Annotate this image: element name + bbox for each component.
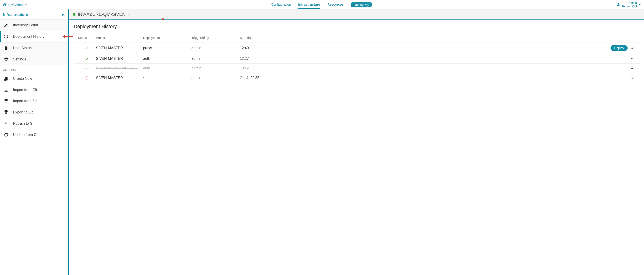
sidebar-nav: Inventory Editor Deployment History Host… xyxy=(0,20,68,65)
expand-row-icon[interactable] xyxy=(628,46,636,50)
table-row[interactable]: SIVEN-WEB-SHOP (DE…authadmin10:42 xyxy=(74,64,641,73)
th-triggered-by: Triggered by xyxy=(192,36,240,40)
cell-deployed-to: proxy xyxy=(143,46,192,50)
sidebar-item-settings[interactable]: Settings xyxy=(0,54,68,65)
action-label: Export to Zip xyxy=(13,110,34,114)
top-tabs: Configuration Infrastructure Resources D… xyxy=(27,1,616,9)
tab-configuration[interactable]: Configuration xyxy=(271,1,291,9)
cell-project: SIVEN-WEB-SHOP (DE… xyxy=(96,66,143,70)
action-label: Import from Zip xyxy=(13,99,37,103)
cell-start-date: Oct 4, 22:35 xyxy=(240,76,307,80)
sidebar-item-label: Settings xyxy=(13,57,26,61)
cell-start-date: 10:42 xyxy=(240,66,307,70)
cell-triggered-by: admin xyxy=(192,66,240,70)
refresh-icon xyxy=(4,132,8,137)
brand-name: nevisAdmin 4 xyxy=(8,3,27,6)
row-actions: Deploy xyxy=(307,45,628,51)
cell-triggered-by: admin xyxy=(192,56,240,61)
actions-heading: ACTIONS xyxy=(0,65,68,73)
action-create-new[interactable]: Create New xyxy=(0,73,68,84)
upload-icon xyxy=(4,121,8,126)
table-row[interactable]: SIVEN-MASTERauthadmin12:27 xyxy=(74,54,641,64)
check-icon xyxy=(78,56,96,61)
deploy-button-header[interactable]: Deploy xyxy=(350,2,372,8)
cell-project: SIVEN-MASTER xyxy=(96,56,143,61)
error-icon xyxy=(78,76,96,80)
action-import-zip[interactable]: ZIP Import from Zip xyxy=(0,96,68,107)
table-row[interactable]: SIVEN-MASTERproxyadmin12:40Deploy xyxy=(74,42,641,54)
sidebar-item-label: Host Status xyxy=(13,46,32,50)
action-label: Create New xyxy=(13,76,32,81)
tab-infrastructure[interactable]: Infrastructure xyxy=(298,1,320,9)
action-publish-git[interactable]: Publish to Git xyxy=(0,118,68,129)
cell-project: SIVEN-MASTER xyxy=(96,46,143,50)
cell-project: SIVEN-MASTER xyxy=(96,76,143,80)
cell-deployed-to: auth xyxy=(143,56,192,61)
tab-resources[interactable]: Resources xyxy=(328,1,344,9)
inventory-selector[interactable]: INV-AZURE-QM-SIVEN xyxy=(69,10,644,20)
action-import-git[interactable]: Import from Git xyxy=(0,84,68,96)
sidebar-item-label: Inventory Editor xyxy=(13,23,38,27)
history-table: Status Project Deployed to Triggered by … xyxy=(74,33,641,83)
gear-icon xyxy=(4,57,8,62)
zip-up-icon: ZIP xyxy=(4,110,8,115)
collapse-sidebar-icon[interactable] xyxy=(61,13,65,17)
row-deploy-button[interactable]: Deploy xyxy=(610,45,628,51)
main-content: INV-AZURE-QM-SIVEN Deployment History St… xyxy=(69,10,644,275)
cell-deployed-to: * xyxy=(143,76,192,80)
svg-text:ZIP: ZIP xyxy=(5,100,7,101)
cell-start-date: 12:40 xyxy=(240,46,307,50)
check-icon xyxy=(78,66,96,70)
user-icon xyxy=(616,3,620,6)
svg-text:ZIP: ZIP xyxy=(5,111,7,112)
caret-down-icon xyxy=(638,4,641,6)
svg-point-8 xyxy=(87,79,87,79)
brand: N nevisAdmin 4 xyxy=(3,2,27,7)
caret-down-icon xyxy=(128,13,130,16)
sidebar: Infrastructure Inventory Editor Deployme… xyxy=(0,10,69,275)
sidebar-item-deployment-history[interactable]: Deployment History xyxy=(0,31,68,42)
action-label: Import from Git xyxy=(13,88,37,92)
cell-deployed-to: auth xyxy=(143,66,192,70)
history-icon xyxy=(4,34,8,39)
user-name: admin xyxy=(622,1,637,5)
action-label: Update from Git xyxy=(13,133,38,137)
table-row[interactable]: SIVEN-MASTER*adminOct 4, 22:35 xyxy=(74,73,641,83)
user-menu[interactable]: admin Tenant: QM xyxy=(616,1,641,8)
deploy-button-label: Deploy xyxy=(354,3,364,6)
th-project: Project xyxy=(96,36,143,40)
logo-icon: N xyxy=(3,2,6,7)
table-header-row: Status Project Deployed to Triggered by … xyxy=(74,33,641,42)
cell-triggered-by: admin xyxy=(192,46,240,50)
sidebar-title: Infrastructure xyxy=(3,12,28,17)
expand-row-icon[interactable] xyxy=(628,67,636,70)
file-icon xyxy=(4,46,8,50)
sidebar-item-inventory-editor[interactable]: Inventory Editor xyxy=(0,20,68,31)
tenant-label: Tenant: QM xyxy=(622,5,637,8)
page-title: Deployment History xyxy=(69,20,644,32)
status-dot-icon xyxy=(73,13,76,16)
app-header: N nevisAdmin 4 Configuration Infrastruct… xyxy=(0,0,644,10)
download-icon xyxy=(4,88,8,92)
action-export-zip[interactable]: ZIP Export to Zip xyxy=(0,107,68,118)
action-update-git[interactable]: Update from Git xyxy=(0,129,68,140)
sidebar-item-host-status[interactable]: Host Status xyxy=(0,42,68,54)
sidebar-header: Infrastructure xyxy=(0,10,68,20)
expand-row-icon[interactable] xyxy=(628,76,636,80)
expand-row-icon[interactable] xyxy=(628,57,636,60)
play-icon xyxy=(365,3,369,6)
cell-triggered-by: admin xyxy=(192,76,240,80)
th-status: Status xyxy=(78,36,96,40)
action-label: Publish to Git xyxy=(13,122,34,126)
cell-start-date: 12:27 xyxy=(240,56,307,61)
zip-down-icon: ZIP xyxy=(4,99,8,104)
th-deployed-to: Deployed to xyxy=(143,36,192,40)
add-file-icon xyxy=(4,76,8,81)
th-start-date: Start date xyxy=(240,36,307,40)
check-icon xyxy=(78,46,96,50)
sidebar-item-label: Deployment History xyxy=(13,34,44,39)
inventory-name: INV-AZURE-QM-SIVEN xyxy=(78,12,126,17)
pencil-icon xyxy=(4,23,8,28)
user-info: admin Tenant: QM xyxy=(622,1,637,8)
